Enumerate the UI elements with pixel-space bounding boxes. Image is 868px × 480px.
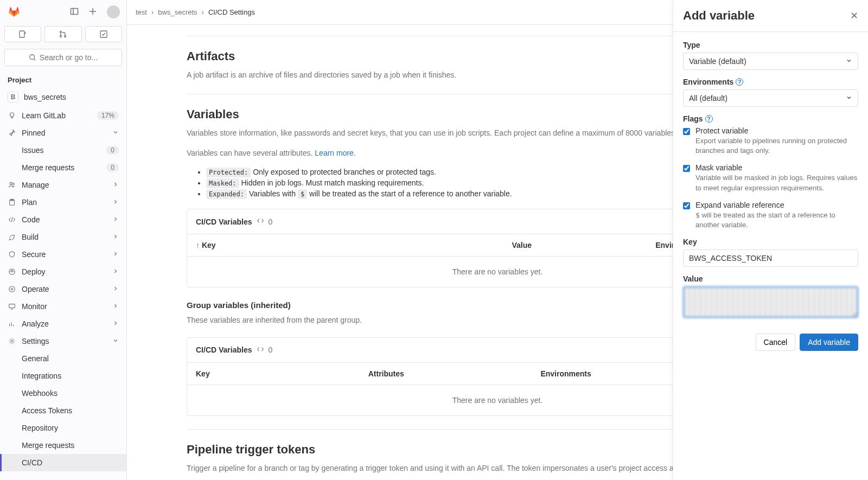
- sidebar-secure[interactable]: Secure: [0, 246, 126, 263]
- card-title: CI/CD Variables: [196, 345, 252, 354]
- chevron-right-icon: [112, 267, 119, 276]
- issues-badge: 0: [106, 146, 119, 155]
- svg-point-19: [11, 288, 13, 290]
- monitor-icon: [8, 302, 16, 311]
- mrs-label: Merge requests: [22, 163, 74, 172]
- chevron-right-icon: [112, 181, 119, 189]
- sidebar-analyze[interactable]: Analyze: [0, 315, 126, 332]
- learn-more-link[interactable]: Learn more.: [315, 149, 355, 157]
- sidebar-pinned[interactable]: Pinned: [0, 124, 126, 142]
- sidebar-settings-integrations[interactable]: Integrations: [0, 367, 126, 385]
- sidebar: Search or go to... Project B bws_secrets…: [0, 0, 127, 480]
- mask-checkbox[interactable]: [683, 164, 690, 172]
- col-key: Key: [196, 369, 368, 378]
- cancel-button[interactable]: Cancel: [756, 334, 796, 351]
- operate-icon: [8, 285, 16, 293]
- sidebar-project[interactable]: B bws_secrets: [0, 87, 126, 107]
- add-variable-drawer: Add variable ✕ Type Variable (default) E…: [673, 0, 868, 480]
- pinned-label: Pinned: [22, 129, 46, 137]
- sidebar-settings-access-tokens[interactable]: Access Tokens: [0, 402, 126, 419]
- breadcrumb-item[interactable]: test: [136, 8, 147, 16]
- sidebar-settings-cicd[interactable]: CI/CD: [0, 454, 126, 471]
- clipboard-icon: [8, 198, 16, 207]
- learn-label: Learn GitLab: [22, 111, 66, 120]
- sidebar-settings-merge-requests[interactable]: Merge requests: [0, 437, 126, 454]
- shield-icon: [8, 250, 16, 259]
- protect-help: Export variable to pipelines running on …: [695, 136, 858, 156]
- sidebar-merge-requests[interactable]: Merge requests 0: [0, 159, 126, 176]
- protect-label: Protect variable: [695, 126, 858, 135]
- help-icon[interactable]: ?: [736, 78, 743, 86]
- todo-button[interactable]: [85, 26, 122, 42]
- chart-icon: [8, 319, 16, 328]
- expand-checkbox[interactable]: [683, 202, 690, 210]
- merge-request-button[interactable]: [44, 26, 81, 42]
- sidebar-monitor[interactable]: Monitor: [0, 298, 126, 315]
- search-placeholder: Search or go to...: [40, 53, 98, 62]
- value-label: Value: [683, 274, 858, 283]
- sidebar-plan[interactable]: Plan: [0, 194, 126, 211]
- env-select[interactable]: All (default): [683, 89, 858, 107]
- new-issue-button[interactable]: [4, 26, 41, 42]
- chevron-down-icon: [112, 129, 119, 137]
- sidebar-settings[interactable]: Settings: [0, 332, 126, 350]
- value-textarea[interactable]: [683, 286, 858, 318]
- card-title: CI/CD Variables: [196, 217, 252, 226]
- svg-point-8: [60, 36, 62, 37]
- add-variable-button[interactable]: Add variable: [800, 334, 858, 351]
- sidebar-manage[interactable]: Manage: [0, 176, 126, 194]
- chevron-right-icon: [112, 319, 119, 328]
- rocket-icon: [8, 233, 16, 241]
- mask-label: Mask variable: [695, 163, 858, 172]
- code-icon: [257, 217, 264, 226]
- chevron-down-icon: [112, 337, 119, 345]
- code-icon: [8, 215, 16, 224]
- svg-point-18: [9, 286, 15, 292]
- breadcrumb-item[interactable]: bws_secrets: [158, 8, 197, 16]
- svg-point-14: [12, 183, 15, 185]
- sidebar-build[interactable]: Build: [0, 228, 126, 246]
- chevron-right-icon: [112, 285, 119, 293]
- env-label: Environments: [683, 78, 733, 86]
- bulb-icon: [8, 111, 16, 120]
- close-icon[interactable]: ✕: [850, 10, 858, 22]
- gitlab-logo[interactable]: [7, 4, 22, 20]
- deploy-icon: [8, 267, 16, 276]
- expand-help: $ will be treated as the start of a refe…: [695, 210, 858, 230]
- col-value: Value: [512, 241, 655, 249]
- type-label: Type: [683, 41, 858, 49]
- sidebar-code[interactable]: Code: [0, 211, 126, 228]
- sidebar-deploy[interactable]: Deploy: [0, 263, 126, 280]
- plus-icon[interactable]: [88, 7, 98, 17]
- sidebar-operate[interactable]: Operate: [0, 280, 126, 298]
- sidebar-settings-webhooks[interactable]: Webhooks: [0, 385, 126, 402]
- project-name: bws_secrets: [24, 93, 66, 101]
- protect-checkbox[interactable]: [683, 127, 690, 136]
- col-key[interactable]: Key: [202, 241, 216, 249]
- chevron-right-icon: [112, 250, 119, 259]
- sidebar-learn-gitlab[interactable]: Learn GitLab 17%: [0, 107, 126, 124]
- chevron-right-icon: [112, 233, 119, 241]
- mask-help: Variable will be masked in job logs. Req…: [695, 173, 858, 193]
- sidebar-settings-general[interactable]: General: [0, 350, 126, 367]
- avatar[interactable]: [107, 5, 120, 18]
- card-count: 0: [269, 345, 273, 354]
- chevron-right-icon: [112, 198, 119, 207]
- type-select[interactable]: Variable (default): [683, 53, 858, 70]
- svg-rect-10: [100, 31, 107, 37]
- search-input[interactable]: Search or go to...: [4, 49, 122, 66]
- sidebar-issues[interactable]: Issues 0: [0, 142, 126, 159]
- flags-label: Flags: [683, 114, 703, 123]
- mrs-badge: 0: [106, 163, 119, 172]
- chevron-right-icon: [112, 215, 119, 224]
- chevron-down-icon: [846, 57, 852, 66]
- drawer-title: Add variable: [683, 9, 755, 23]
- help-icon[interactable]: ?: [705, 115, 713, 123]
- svg-point-11: [30, 55, 35, 60]
- key-input[interactable]: [683, 249, 858, 267]
- breadcrumb-current: CI/CD Settings: [208, 8, 255, 16]
- project-section-label: Project: [0, 71, 126, 87]
- sidebar-settings-repository[interactable]: Repository: [0, 419, 126, 437]
- svg-point-25: [11, 340, 13, 342]
- panel-icon[interactable]: [70, 7, 80, 17]
